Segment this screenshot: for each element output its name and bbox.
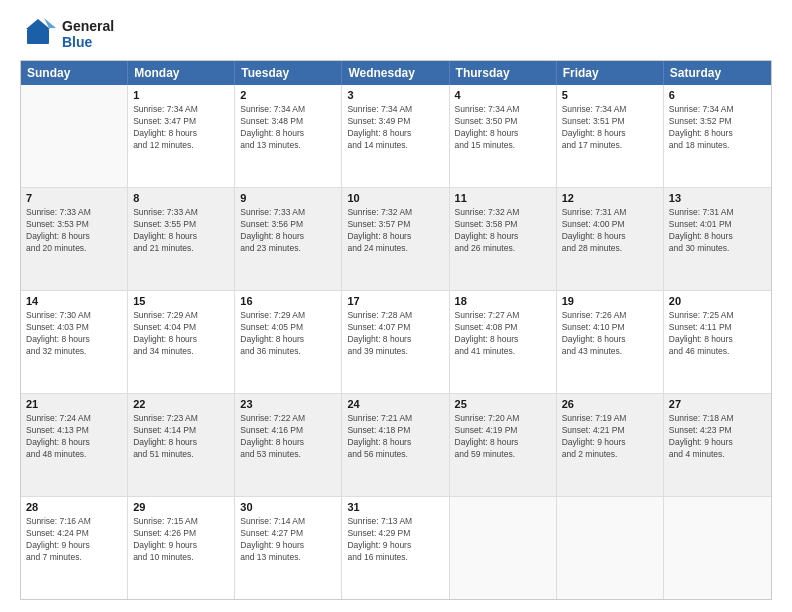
calendar-cell (664, 497, 771, 599)
day-info: Sunrise: 7:34 AM Sunset: 3:48 PM Dayligh… (240, 104, 336, 152)
day-info: Sunrise: 7:18 AM Sunset: 4:23 PM Dayligh… (669, 413, 766, 461)
svg-rect-1 (27, 29, 49, 44)
calendar-week-row: 14Sunrise: 7:30 AM Sunset: 4:03 PM Dayli… (21, 291, 771, 394)
day-info: Sunrise: 7:22 AM Sunset: 4:16 PM Dayligh… (240, 413, 336, 461)
logo-text-lines: General Blue (62, 18, 114, 50)
calendar-cell: 15Sunrise: 7:29 AM Sunset: 4:04 PM Dayli… (128, 291, 235, 393)
calendar-cell: 31Sunrise: 7:13 AM Sunset: 4:29 PM Dayli… (342, 497, 449, 599)
logo-general-label: General (62, 18, 114, 34)
calendar-cell: 6Sunrise: 7:34 AM Sunset: 3:52 PM Daylig… (664, 85, 771, 187)
page: General Blue SundayMondayTuesdayWednesda… (0, 0, 792, 612)
day-number: 8 (133, 191, 229, 206)
day-number: 17 (347, 294, 443, 309)
calendar-body: 1Sunrise: 7:34 AM Sunset: 3:47 PM Daylig… (21, 85, 771, 599)
day-number: 4 (455, 88, 551, 103)
day-info: Sunrise: 7:33 AM Sunset: 3:55 PM Dayligh… (133, 207, 229, 255)
logo-blue-label: Blue (62, 34, 114, 50)
calendar-cell: 18Sunrise: 7:27 AM Sunset: 4:08 PM Dayli… (450, 291, 557, 393)
calendar-cell: 12Sunrise: 7:31 AM Sunset: 4:00 PM Dayli… (557, 188, 664, 290)
calendar-cell: 17Sunrise: 7:28 AM Sunset: 4:07 PM Dayli… (342, 291, 449, 393)
day-info: Sunrise: 7:31 AM Sunset: 4:00 PM Dayligh… (562, 207, 658, 255)
day-info: Sunrise: 7:34 AM Sunset: 3:51 PM Dayligh… (562, 104, 658, 152)
calendar-cell: 5Sunrise: 7:34 AM Sunset: 3:51 PM Daylig… (557, 85, 664, 187)
day-info: Sunrise: 7:34 AM Sunset: 3:47 PM Dayligh… (133, 104, 229, 152)
day-number: 11 (455, 191, 551, 206)
day-number: 31 (347, 500, 443, 515)
day-info: Sunrise: 7:16 AM Sunset: 4:24 PM Dayligh… (26, 516, 122, 564)
calendar-cell: 4Sunrise: 7:34 AM Sunset: 3:50 PM Daylig… (450, 85, 557, 187)
day-info: Sunrise: 7:31 AM Sunset: 4:01 PM Dayligh… (669, 207, 766, 255)
calendar-cell: 14Sunrise: 7:30 AM Sunset: 4:03 PM Dayli… (21, 291, 128, 393)
calendar-cell: 8Sunrise: 7:33 AM Sunset: 3:55 PM Daylig… (128, 188, 235, 290)
calendar-cell: 27Sunrise: 7:18 AM Sunset: 4:23 PM Dayli… (664, 394, 771, 496)
calendar-week-row: 7Sunrise: 7:33 AM Sunset: 3:53 PM Daylig… (21, 188, 771, 291)
cal-header-day: Thursday (450, 61, 557, 85)
calendar-week-row: 1Sunrise: 7:34 AM Sunset: 3:47 PM Daylig… (21, 85, 771, 188)
day-number: 20 (669, 294, 766, 309)
cal-header-day: Wednesday (342, 61, 449, 85)
calendar-cell: 3Sunrise: 7:34 AM Sunset: 3:49 PM Daylig… (342, 85, 449, 187)
cal-header-day: Friday (557, 61, 664, 85)
calendar-cell: 1Sunrise: 7:34 AM Sunset: 3:47 PM Daylig… (128, 85, 235, 187)
calendar-cell: 26Sunrise: 7:19 AM Sunset: 4:21 PM Dayli… (557, 394, 664, 496)
day-number: 9 (240, 191, 336, 206)
calendar-cell: 24Sunrise: 7:21 AM Sunset: 4:18 PM Dayli… (342, 394, 449, 496)
calendar-cell: 11Sunrise: 7:32 AM Sunset: 3:58 PM Dayli… (450, 188, 557, 290)
day-number: 5 (562, 88, 658, 103)
day-info: Sunrise: 7:34 AM Sunset: 3:52 PM Dayligh… (669, 104, 766, 152)
day-info: Sunrise: 7:24 AM Sunset: 4:13 PM Dayligh… (26, 413, 122, 461)
day-number: 10 (347, 191, 443, 206)
day-info: Sunrise: 7:29 AM Sunset: 4:04 PM Dayligh… (133, 310, 229, 358)
cal-header-day: Saturday (664, 61, 771, 85)
day-number: 25 (455, 397, 551, 412)
day-number: 23 (240, 397, 336, 412)
day-number: 24 (347, 397, 443, 412)
calendar-cell: 7Sunrise: 7:33 AM Sunset: 3:53 PM Daylig… (21, 188, 128, 290)
day-info: Sunrise: 7:27 AM Sunset: 4:08 PM Dayligh… (455, 310, 551, 358)
calendar-cell: 2Sunrise: 7:34 AM Sunset: 3:48 PM Daylig… (235, 85, 342, 187)
day-number: 7 (26, 191, 122, 206)
day-number: 22 (133, 397, 229, 412)
calendar-cell: 13Sunrise: 7:31 AM Sunset: 4:01 PM Dayli… (664, 188, 771, 290)
day-number: 19 (562, 294, 658, 309)
day-info: Sunrise: 7:30 AM Sunset: 4:03 PM Dayligh… (26, 310, 122, 358)
calendar-cell: 16Sunrise: 7:29 AM Sunset: 4:05 PM Dayli… (235, 291, 342, 393)
day-number: 26 (562, 397, 658, 412)
calendar-cell: 25Sunrise: 7:20 AM Sunset: 4:19 PM Dayli… (450, 394, 557, 496)
day-info: Sunrise: 7:32 AM Sunset: 3:57 PM Dayligh… (347, 207, 443, 255)
day-number: 27 (669, 397, 766, 412)
calendar-cell: 29Sunrise: 7:15 AM Sunset: 4:26 PM Dayli… (128, 497, 235, 599)
calendar-cell: 30Sunrise: 7:14 AM Sunset: 4:27 PM Dayli… (235, 497, 342, 599)
day-number: 18 (455, 294, 551, 309)
day-info: Sunrise: 7:33 AM Sunset: 3:56 PM Dayligh… (240, 207, 336, 255)
header: General Blue (20, 16, 772, 52)
day-info: Sunrise: 7:33 AM Sunset: 3:53 PM Dayligh… (26, 207, 122, 255)
day-info: Sunrise: 7:19 AM Sunset: 4:21 PM Dayligh… (562, 413, 658, 461)
day-number: 16 (240, 294, 336, 309)
day-number: 30 (240, 500, 336, 515)
calendar-week-row: 21Sunrise: 7:24 AM Sunset: 4:13 PM Dayli… (21, 394, 771, 497)
day-number: 29 (133, 500, 229, 515)
day-info: Sunrise: 7:15 AM Sunset: 4:26 PM Dayligh… (133, 516, 229, 564)
day-number: 14 (26, 294, 122, 309)
cal-header-day: Tuesday (235, 61, 342, 85)
day-number: 6 (669, 88, 766, 103)
calendar-cell: 28Sunrise: 7:16 AM Sunset: 4:24 PM Dayli… (21, 497, 128, 599)
calendar-cell: 21Sunrise: 7:24 AM Sunset: 4:13 PM Dayli… (21, 394, 128, 496)
day-info: Sunrise: 7:28 AM Sunset: 4:07 PM Dayligh… (347, 310, 443, 358)
day-info: Sunrise: 7:29 AM Sunset: 4:05 PM Dayligh… (240, 310, 336, 358)
day-number: 12 (562, 191, 658, 206)
logo-svg (20, 16, 56, 52)
day-number: 3 (347, 88, 443, 103)
calendar-cell (21, 85, 128, 187)
day-info: Sunrise: 7:32 AM Sunset: 3:58 PM Dayligh… (455, 207, 551, 255)
day-info: Sunrise: 7:21 AM Sunset: 4:18 PM Dayligh… (347, 413, 443, 461)
day-info: Sunrise: 7:23 AM Sunset: 4:14 PM Dayligh… (133, 413, 229, 461)
day-number: 2 (240, 88, 336, 103)
day-info: Sunrise: 7:34 AM Sunset: 3:50 PM Dayligh… (455, 104, 551, 152)
calendar-cell (450, 497, 557, 599)
day-number: 1 (133, 88, 229, 103)
day-info: Sunrise: 7:20 AM Sunset: 4:19 PM Dayligh… (455, 413, 551, 461)
day-info: Sunrise: 7:26 AM Sunset: 4:10 PM Dayligh… (562, 310, 658, 358)
day-number: 13 (669, 191, 766, 206)
